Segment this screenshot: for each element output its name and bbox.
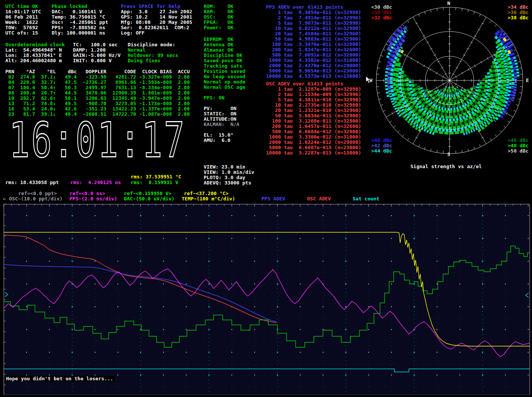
mouse-cursor-arrow [366, 76, 370, 83]
version-block-line: App: 3.0 27 Jun 2002 [121, 9, 192, 14]
mask-block: EL: 15.0°AMU: 6.0 [204, 132, 233, 143]
fix-flags-block-line: PV: ON [204, 106, 236, 111]
compass-e: E [526, 78, 529, 83]
adev-pps-row: 2 tau 7.4914e-011 (n=32996) [266, 15, 361, 20]
rms-osc-line: rms: 18.433058 ppt [5, 180, 59, 185]
osc-adev-table: OSC ADEV over 61413 points 1 tau 2.1287e… [266, 81, 361, 156]
adev-osc-row: 10000 tau 3.2287e-013 (n=13000) [266, 150, 361, 156]
view-settings-block-line: VIEW: 23.0 min [204, 164, 254, 170]
receiver-health-block-line: Saved posn OK [204, 58, 245, 63]
device-status-block-line: OSC: OK [204, 14, 233, 20]
rms-osc: rms: 18.433058 ppt [5, 180, 59, 185]
legend-temp-line: TEMP~(100 m°C/div) [182, 196, 235, 202]
fix-flags-block-line: STATIC: ON [204, 111, 236, 117]
phase-block-line: Temp: 36.750015 °C [52, 14, 108, 20]
adev-osc-row: 50 tau 5.6034e-011 (n=32900) [266, 113, 361, 118]
sat-table-row: 13 71.2 74.8↓ 49.5 -908.70 3273.05 -1.17… [5, 101, 190, 106]
position-block: Lat: 54.4964948° NLon: 18.4337841° EAlt:… [5, 47, 62, 63]
utc-time-block-line: 16:01:17 UTC [5, 9, 41, 14]
phase-title: Phase locked [52, 4, 87, 9]
mask-block-line: AMU: 6.0 [204, 138, 233, 143]
sat-table-row: 10 282.7 62.6↑ 50.1 1206.03 12345.49 -3.… [5, 96, 190, 101]
utc-time-block-line: TOW: 57692 [5, 25, 41, 30]
legend-pps-adev: PPS ADEV [261, 196, 285, 202]
rms-temp-line: rms: 37.539951 °C [131, 174, 181, 180]
dbc-gt32-line: >32 dBc [371, 15, 392, 20]
dbc-gt36-line: >36 dBc [508, 10, 529, 15]
odclock-title-line: Overdetermined clock [5, 42, 65, 47]
compass-e-line: E [526, 78, 529, 83]
dbc-gt34: >34 dBc [508, 5, 529, 10]
loop-params-block: TC: 100.0 secDAMP: 1.200GAIN:-5.000 Hz/V… [73, 42, 120, 63]
pps-state-line: PPS: ON [204, 95, 225, 101]
utc-time-block: 16:01:17 UTC06 Feb 2011Week: 1622TOW: 57… [5, 9, 41, 36]
phase-title-line: Phase locked [52, 4, 87, 9]
dbc-gt36: >36 dBc [508, 10, 529, 15]
version-block-line: GPS: 10.2 14 Nov 2001 [121, 14, 192, 20]
legend-pps-adev-line: PPS ADEV [261, 196, 285, 202]
dbc-gt50-line: >50 dBc [508, 148, 529, 154]
dbc-gt44-line: >44 dBc [371, 148, 392, 154]
ref-pps: ref=<0.0 ns> [70, 191, 105, 196]
sat-table-row: 02 274.8 37.1↓ 49.4 -323.98 4281.72 -3.3… [5, 74, 190, 80]
loop-params-block-line: INIT: 0.000 V [73, 58, 120, 63]
strip-chart-plot[interactable] [0, 201, 532, 397]
device-status-block-line: Power: OK [204, 25, 233, 30]
sat-table-row: 04 229.0 32.7↓ 47.5 -2736.27 8961.66 -1.… [5, 80, 190, 85]
dbc-gt30: >30 dBc [371, 10, 392, 15]
adev-pps-row: 1000 tau 4.3502e-012 (n=31000) [266, 58, 361, 63]
view-settings-block-line: ADEVQ: 33000 pts [204, 180, 254, 186]
rms-dac: rms: 0.159931 V [131, 180, 178, 185]
compass-n-line: N [447, 1, 450, 6]
discipline-mode-values-line: Normal [128, 47, 178, 53]
loop-params-block-line: DAMP: 1.200 [73, 47, 120, 53]
dbc-gt42: >42 dBc [371, 143, 392, 148]
utc-time-block-line: Week: 1622 [5, 20, 41, 25]
discipline-mode-label-line: Discipline mode: [128, 42, 175, 47]
compass-n: N [447, 1, 450, 6]
dbc-gt30-line: >30 dBc [371, 10, 392, 15]
dbc-lt30-line: <30 dBc [371, 5, 392, 10]
phase-block-line: DAC: 0.160141 V [52, 9, 108, 14]
help-hint-line: Press SPACE for help [121, 4, 180, 9]
ref-osc-line: ref=<0.0 ppt> [18, 191, 57, 196]
polar-caption: Signal strength vs az/el [410, 164, 482, 169]
version-block-line: Ser: 0.82362611 COM:2 [121, 25, 192, 30]
adev-osc-row: 500 tau 6.6684e-012 (n=32000) [266, 129, 361, 134]
version-block-line: Log: OFF [121, 30, 192, 36]
adev-pps-row: 5 tau 7.9073e-011 (n=32990) [266, 20, 361, 26]
device-status-block-line: ROM: OK [204, 4, 233, 9]
fix-flags-block-line: ALTITUDE:ON [204, 117, 236, 122]
rms-temp: rms: 37.539951 °C [131, 174, 181, 180]
loop-params-block-line: GAIN:-5.000 Hz/V [73, 53, 120, 58]
adev-pps-row: 200 tau 1.8347e-011 (n=32600) [266, 47, 361, 52]
dbc-gt32: >32 dBc [371, 15, 392, 20]
phase-block: DAC: 0.160141 VTemp: 36.750015 °COsc↑ -4… [52, 9, 108, 36]
legend-osc-adev-line: OSC ADEV [307, 196, 331, 202]
big-clock: 16:01:17 [9, 115, 186, 165]
adev-osc-row: 20 tau 1.2321e-010 (n=32960) [266, 108, 361, 113]
legend-osc-line: ← OSC~(10.0 ppt/div) [3, 196, 63, 202]
dbc-gt48-line: >48 dBc [508, 143, 529, 148]
phase-block-line: Osc↑ -4.285061 ppt [52, 20, 108, 25]
legend-osc: ← OSC~(10.0 ppt/div) [3, 196, 63, 202]
utc-status-title-line: UTC time OK [5, 4, 38, 9]
dbc-gt40: >40 dBc [371, 138, 392, 143]
ref-osc: ref=<0.0 ppt> [18, 191, 57, 196]
phase-block-line: PPS↑ -7.888502 ns [52, 25, 108, 30]
adev-pps-row: 10000 tau 4.5373e-013 (n=13000) [266, 74, 361, 79]
adev-osc-title: OSC ADEV over 61413 points [266, 81, 361, 87]
adev-osc-row: 1 tau 2.1287e-009 (n=32998) [266, 87, 361, 92]
dbc-lt30: <30 dBc [371, 5, 392, 10]
utc-time-block-line: UTC ofs: 15 [5, 30, 41, 36]
ref-temp: ref~<37.200 °C> [184, 191, 228, 196]
dbc-gt42-line: >42 dBc [371, 143, 392, 148]
dbc-gt34-line: >34 dBc [508, 5, 529, 10]
device-status-block-line: RAM: OK [204, 9, 233, 14]
kalman-flag-line: KALMAN: N/A [204, 122, 239, 127]
discipline-mode-values-line: Doing fixes [128, 58, 178, 63]
dbc-gt50: >50 dBc [508, 148, 529, 154]
legend-dac-line: DAC~(50.0 uV/div) [124, 196, 174, 202]
adev-pps-row: 50 tau 4.9883e-011 (n=32900) [266, 36, 361, 42]
receiver-health-block-line: Almanac OK [204, 47, 245, 53]
